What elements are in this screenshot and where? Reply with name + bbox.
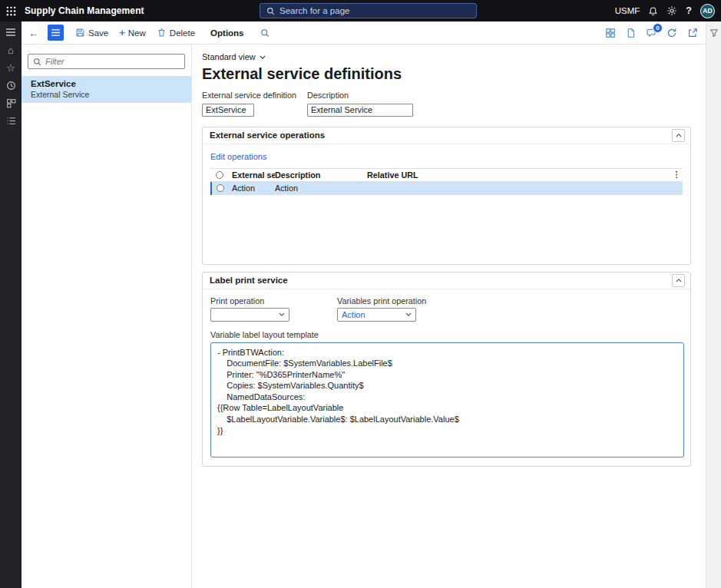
operations-grid: External se... Description Relative URL … [210,168,683,195]
section-title: Label print service [210,276,288,285]
global-search-box[interactable] [260,3,477,18]
tab-options[interactable]: Options [200,21,253,44]
field-description: Description [307,91,413,117]
field-external-service-definition: External service definition [202,91,296,117]
list-item-title: ExtService [31,79,184,88]
row-select-radio[interactable] [212,184,229,192]
section-title: External service operations [210,130,325,140]
radio-icon [216,171,223,179]
label-print-service-section: Label print service Print operation [202,272,691,467]
grid-column-header[interactable]: Description [275,170,367,180]
section-header[interactable]: External service operations [203,127,690,144]
view-selector[interactable]: Standard view [202,52,266,61]
section-body: Edit operations External se... Descripti… [203,144,690,195]
field-label: Description [307,91,413,100]
recent-clock-icon[interactable] [2,80,19,91]
trash-icon [157,28,167,38]
notifications-bell-icon[interactable] [648,6,658,16]
left-navigation-strip: ⌂ ☆ [0,21,21,588]
collapse-section-button[interactable] [672,129,685,142]
attach-document-icon[interactable] [626,28,636,38]
settings-gear-icon[interactable] [666,5,677,16]
grid-header-row: External se... Description Relative URL … [210,168,683,182]
chevron-down-icon [260,55,266,59]
help-icon[interactable]: ? [686,5,692,16]
description-input[interactable] [307,104,413,117]
refresh-icon[interactable] [666,28,677,38]
header-fields: External service definition Description [202,91,706,117]
new-label: New [128,28,146,38]
field-label: Print operation [210,296,289,306]
expand-navigation-hamburger-icon[interactable] [2,27,19,38]
variable-label-layout-template-textarea[interactable]: - PrintBTWAction: DocumentFile: $SystemV… [210,342,684,458]
home-icon[interactable]: ⌂ [2,45,19,55]
search-icon [33,58,41,66]
attachments-count-badge: 0 [653,23,663,33]
plus-icon: + [119,28,125,38]
radio-icon [217,184,224,192]
open-in-office-icon[interactable] [605,28,616,38]
variables-print-operation-dropdown[interactable]: Action [337,308,416,322]
print-operation-fields: Print operation Variables print operatio… [210,296,683,322]
save-label: Save [88,28,108,38]
field-print-operation: Print operation [210,296,289,322]
grid-cell: Action [275,183,367,193]
template-label: Variable label layout template [210,330,683,339]
chevron-up-icon [676,279,682,282]
chevron-down-icon [405,312,412,316]
delete-button[interactable]: Delete [151,21,200,44]
field-label: Variables print operation [337,296,426,306]
save-icon [75,28,85,38]
filter-pane-strip [706,21,721,588]
grid-row[interactable]: Action Action [210,182,683,195]
action-pane-search-icon[interactable] [254,28,276,38]
print-operation-dropdown[interactable] [210,308,289,322]
user-avatar[interactable]: AD [700,4,715,18]
attachments-count-icon[interactable]: 0 [646,28,657,38]
save-button[interactable]: Save [70,21,114,44]
grid-cell: Action [229,183,275,193]
select-all-radio[interactable] [210,171,229,179]
app-title[interactable]: Supply Chain Management [25,5,144,16]
app-window: Supply Chain Management USMF ? AD ← [0,0,721,588]
new-button[interactable]: + New [114,21,151,44]
dropdown-value: Action [342,310,405,319]
edit-operations-link[interactable]: Edit operations [210,152,266,161]
action-pane: ← Save + New Delete Options [21,21,706,45]
action-pane-right-icons: 0 [605,28,706,38]
grid-column-header[interactable]: Relative URL [367,170,670,180]
external-service-operations-section: External service operations Edit operati… [202,127,691,265]
view-selector-label: Standard view [202,52,256,61]
list-item-extservice[interactable]: ExtService External Service [21,76,191,103]
back-icon[interactable]: ← [21,27,46,39]
delete-label: Delete [170,28,195,38]
filter-input[interactable] [45,57,180,66]
field-variables-print-operation: Variables print operation Action [337,296,426,322]
filter-funnel-icon[interactable] [709,28,719,38]
workspaces-icon[interactable] [2,97,19,108]
filter-box[interactable] [28,54,185,69]
grid-more-options-icon[interactable]: ⋮ [670,170,683,180]
field-label: External service definition [202,91,296,100]
company-selector[interactable]: USMF [615,6,640,15]
section-header[interactable]: Label print service [203,273,690,289]
topbar-right-cluster: USMF ? AD [615,4,721,18]
app-launcher-waffle-icon[interactable] [0,0,21,21]
modules-list-icon[interactable] [2,115,19,126]
nav-list-toggle-icon[interactable] [48,25,64,41]
page-title: External service definitions [202,65,706,83]
section-body: Print operation Variables print operatio… [203,289,690,466]
collapse-section-button[interactable] [672,274,685,287]
global-search-input[interactable] [279,6,470,15]
external-service-definition-input[interactable] [202,104,254,117]
chevron-down-icon [279,312,285,316]
chevron-up-icon [676,134,682,137]
open-in-new-window-icon[interactable] [687,28,698,38]
search-icon [266,7,275,15]
list-item-subtitle: External Service [31,90,184,99]
navigation-list-panel: ExtService External Service [21,45,192,588]
top-navigation-bar: Supply Chain Management USMF ? AD [0,0,721,21]
favorites-star-icon[interactable]: ☆ [2,62,19,73]
main-content: Standard view External service definitio… [192,45,706,588]
grid-column-header[interactable]: External se... [229,170,275,180]
